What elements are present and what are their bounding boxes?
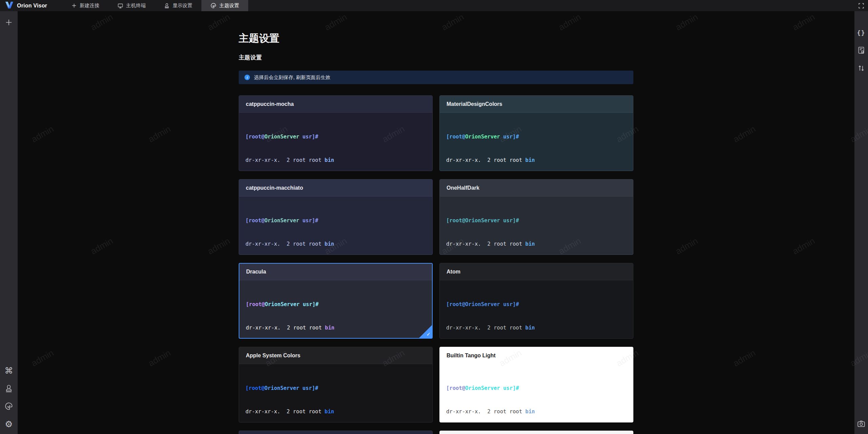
info-icon: i [244, 75, 250, 80]
plus-icon[interactable] [5, 19, 13, 26]
stamp-icon[interactable] [5, 384, 13, 393]
theme-card-title: OneHalfDark [447, 185, 479, 191]
dir-name: bin [324, 241, 334, 247]
prompt-user: [root@ [446, 385, 465, 391]
line-text: dr-xr-xr-x. 2 root root [446, 157, 525, 163]
terminal-prompt-line: [root@OrionServer usr]# [446, 384, 627, 392]
dir-name: bin [525, 409, 535, 415]
prompt-host: OrionServer [264, 218, 299, 224]
tab-new-connection[interactable]: 新建连接 [62, 0, 108, 11]
terminal-line: dr-xr-xr-x. 2 root root bin [446, 324, 627, 332]
dir-name: bin [525, 157, 535, 163]
topbar: Orion Visor 新建连接 主机终端 [0, 0, 868, 11]
dir-name: bin [325, 325, 334, 331]
line-text: dr-xr-xr-x. 2 root root [446, 241, 525, 247]
terminal-prompt-line: [root@OrionServer usr]# [446, 301, 627, 308]
tab-label: 新建连接 [80, 2, 99, 9]
line-text: dr-xr-xr-x. 2 root root [245, 157, 324, 163]
theme-card-header: catppuccin-mocha [239, 96, 432, 113]
command-icon[interactable]: ⌘ [5, 366, 13, 375]
theme-card[interactable]: OneHalfDark [root@OrionServer usr]# dr-x… [439, 179, 633, 255]
theme-card-header: Dracula [239, 264, 432, 280]
theme-card-title: Dracula [246, 269, 266, 275]
prompt-host: OrionServer [465, 218, 500, 224]
terminal-line: dr-xr-xr-x. 2 root root bin [246, 324, 426, 332]
info-alert: i 选择后会立刻保存, 刷新页面后生效 [239, 71, 633, 84]
prompt-host: OrionServer [264, 385, 299, 391]
theme-card-title: MaterialDesignColors [447, 101, 502, 107]
terminal-prompt-line: [root@OrionServer usr]# [246, 301, 426, 308]
terminal-line: dr-xr-xr-x. 2 root root bin [245, 408, 426, 416]
theme-card-header: Builtin Tango Light [440, 347, 633, 364]
fullscreen-icon[interactable] [854, 0, 868, 11]
theme-card-title: Builtin Tango Light [447, 353, 496, 359]
theme-card-title: Apple System Colors [246, 353, 300, 359]
line-text: dr-xr-xr-x. 2 root root [245, 241, 324, 247]
prompt-user: [root@ [446, 134, 465, 140]
tab-host-terminal[interactable]: 主机终端 [108, 0, 155, 11]
braces-icon[interactable]: {} [857, 30, 865, 36]
check-icon: ✓ [426, 331, 431, 337]
info-alert-text: 选择后会立刻保存, 刷新页面后生效 [254, 74, 331, 81]
theme-card-partial[interactable] [439, 431, 633, 434]
palette-icon [211, 3, 216, 8]
camera-icon[interactable] [857, 420, 865, 434]
terminal-preview: [root@OrionServer usr]# dr-xr-xr-x. 2 ro… [440, 113, 633, 171]
prompt-user: [root@ [245, 134, 264, 140]
theme-card[interactable]: Atom [root@OrionServer usr]# dr-xr-xr-x.… [439, 263, 633, 339]
app-logo-icon [5, 1, 14, 10]
section-title: 主题设置 [239, 54, 633, 61]
prompt-end: usr]# [299, 218, 318, 224]
theme-card[interactable]: Apple System Colors [root@OrionServer us… [239, 347, 433, 422]
terminal-preview: [root@OrionServer usr]# dr-xr-xr-x. 2 ro… [239, 113, 432, 171]
theme-card-header: Atom [440, 263, 633, 280]
doc-bookmark-icon[interactable] [857, 46, 865, 54]
theme-card-title: Atom [447, 269, 460, 275]
tab-display-settings[interactable]: 显示设置 [155, 0, 201, 11]
prompt-host: OrionServer [465, 134, 500, 140]
theme-card[interactable]: catppuccin-macchiato [root@OrionServer u… [239, 179, 433, 255]
terminal-prompt-line: [root@OrionServer usr]# [446, 217, 627, 225]
theme-card[interactable]: catppuccin-mocha [root@OrionServer usr]#… [239, 95, 433, 171]
theme-card-header: Apple System Colors [239, 347, 432, 364]
terminal-preview: [root@OrionServer usr]# dr-xr-xr-x. 2 ro… [440, 196, 633, 255]
prompt-end: usr]# [500, 134, 519, 140]
theme-card[interactable]: MaterialDesignColors [root@OrionServer u… [439, 95, 633, 171]
theme-card-partial[interactable] [239, 431, 433, 434]
line-text: dr-xr-xr-x. 2 root root [246, 325, 325, 331]
terminal-line: dr-xr-xr-x. 2 root root bin [446, 240, 627, 248]
page-title: 主题设置 [239, 32, 633, 45]
prompt-end: usr]# [300, 301, 319, 307]
theme-card-title: catppuccin-mocha [246, 101, 294, 107]
stamp-icon [164, 3, 170, 8]
palette-icon[interactable] [5, 402, 13, 410]
terminal-prompt-line: [root@OrionServer usr]# [245, 384, 426, 392]
prompt-host: OrionServer [264, 134, 299, 140]
dir-name: bin [525, 241, 535, 247]
theme-card[interactable]: Builtin Tango Light [root@OrionServer us… [439, 347, 633, 422]
prompt-user: [root@ [245, 218, 264, 224]
gear-icon[interactable]: ⚙ [5, 420, 13, 429]
terminal-prompt-line: [root@OrionServer usr]# [245, 217, 426, 225]
terminal-line: dr-xr-xr-x. 2 root root bin [446, 156, 627, 164]
tab-label: 显示设置 [173, 2, 192, 9]
line-text: dr-xr-xr-x. 2 root root [446, 325, 525, 331]
left-sidebar: ⌘ ⚙ [0, 11, 18, 434]
prompt-user: [root@ [446, 218, 465, 224]
app-title: Orion Visor [17, 3, 47, 9]
theme-card-header: MaterialDesignColors [440, 96, 633, 113]
terminal-preview: [root@OrionServer usr]# dr-xr-xr-x. 2 ro… [440, 364, 633, 422]
prompt-host: OrionServer [465, 301, 500, 307]
terminal-preview: [root@OrionServer usr]# dr-xr-xr-x. 2 ro… [239, 196, 432, 255]
prompt-end: usr]# [299, 385, 318, 391]
theme-card[interactable]: Dracula [root@OrionServer usr]# dr-xr-xr… [239, 263, 433, 339]
theme-grid: catppuccin-mocha [root@OrionServer usr]#… [239, 95, 633, 434]
terminal-line: dr-xr-xr-x. 2 root root bin [446, 408, 627, 416]
sort-icon[interactable] [857, 64, 865, 72]
tab-theme-settings[interactable]: 主题设置 [201, 0, 248, 11]
topbar-tabs: 新建连接 主机终端 显示设置 [62, 0, 248, 11]
right-sidebar: {} [854, 11, 868, 434]
terminal-line: dr-xr-xr-x. 2 root root bin [245, 240, 426, 248]
prompt-end: usr]# [500, 218, 519, 224]
terminal-preview: [root@OrionServer usr]# dr-xr-xr-x. 2 ro… [440, 280, 633, 339]
